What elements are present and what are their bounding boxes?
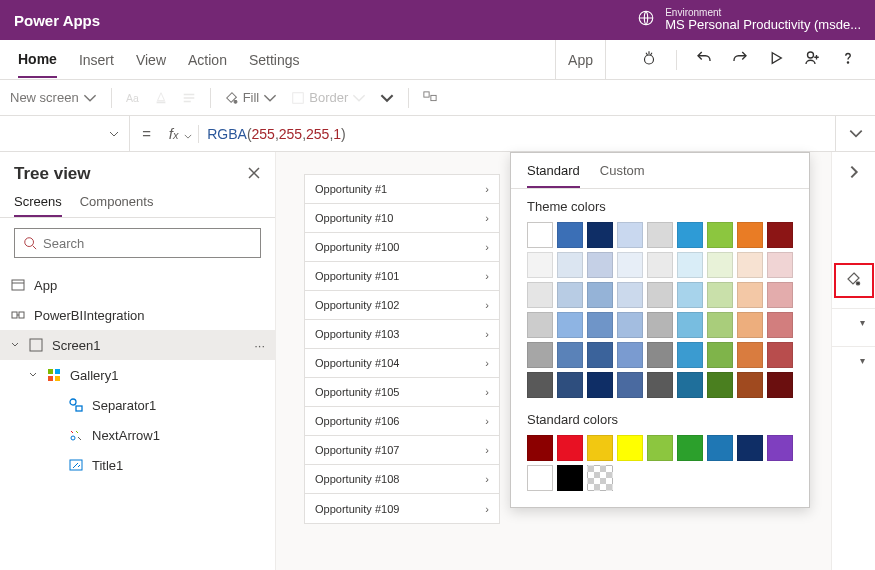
- tab-settings[interactable]: Settings: [249, 43, 300, 77]
- color-swatch[interactable]: [737, 372, 763, 398]
- color-swatch[interactable]: [587, 282, 613, 308]
- color-swatch[interactable]: [587, 222, 613, 248]
- color-swatch[interactable]: [767, 435, 793, 461]
- color-swatch[interactable]: [737, 282, 763, 308]
- color-swatch[interactable]: [527, 252, 553, 278]
- tree-node-gallery1[interactable]: Gallery1: [0, 360, 275, 390]
- gallery-row[interactable]: Opportunity #102›: [305, 291, 499, 320]
- color-swatch[interactable]: [527, 222, 553, 248]
- color-swatch[interactable]: [767, 342, 793, 368]
- color-swatch[interactable]: [587, 372, 613, 398]
- fill-color-button[interactable]: [834, 263, 874, 298]
- color-swatch[interactable]: [527, 465, 553, 491]
- align-group-icon[interactable]: [423, 91, 437, 105]
- color-swatch[interactable]: [707, 222, 733, 248]
- close-icon[interactable]: [247, 166, 261, 183]
- color-swatch[interactable]: [617, 252, 643, 278]
- tree-node-screen1[interactable]: Screen1 ···: [0, 330, 275, 360]
- color-swatch[interactable]: [617, 372, 643, 398]
- tree-node-nextarrow1[interactable]: NextArrow1: [0, 420, 275, 450]
- redo-icon[interactable]: [731, 49, 749, 70]
- color-swatch[interactable]: [767, 282, 793, 308]
- undo-icon[interactable]: [695, 49, 713, 70]
- color-swatch[interactable]: [527, 435, 553, 461]
- gallery-row[interactable]: Opportunity #100›: [305, 233, 499, 262]
- color-swatch[interactable]: [677, 282, 703, 308]
- play-icon[interactable]: [767, 49, 785, 70]
- color-swatch[interactable]: [527, 342, 553, 368]
- color-swatch[interactable]: [587, 435, 613, 461]
- color-swatch[interactable]: [647, 252, 673, 278]
- picker-tab-custom[interactable]: Custom: [600, 163, 645, 188]
- color-swatch[interactable]: [557, 342, 583, 368]
- tab-insert[interactable]: Insert: [79, 43, 114, 77]
- color-swatch[interactable]: [647, 435, 673, 461]
- gallery-row[interactable]: Opportunity #101›: [305, 262, 499, 291]
- color-swatch[interactable]: [707, 252, 733, 278]
- gallery-row[interactable]: Opportunity #108›: [305, 465, 499, 494]
- app-dropdown[interactable]: App: [555, 40, 606, 79]
- new-screen-button[interactable]: New screen: [10, 90, 97, 105]
- tree-tab-components[interactable]: Components: [80, 194, 154, 217]
- gallery-row[interactable]: Opportunity #106›: [305, 407, 499, 436]
- color-swatch[interactable]: [617, 312, 643, 338]
- color-swatch[interactable]: [557, 372, 583, 398]
- chevron-right-icon[interactable]: [846, 164, 862, 183]
- fill-button[interactable]: Fill: [225, 90, 278, 105]
- environment-selector[interactable]: Environment MS Personal Productivity (ms…: [637, 7, 861, 32]
- gallery-row[interactable]: Opportunity #109›: [305, 494, 499, 523]
- tree-node-integration[interactable]: PowerBIIntegration: [0, 300, 275, 330]
- tree-node-title1[interactable]: Title1: [0, 450, 275, 480]
- app-checker-icon[interactable]: [640, 49, 658, 70]
- color-swatch[interactable]: [647, 282, 673, 308]
- more-icon[interactable]: ···: [254, 338, 265, 353]
- formula-input[interactable]: RGBA(255, 255, 255, 1): [207, 116, 835, 151]
- color-swatch[interactable]: [737, 252, 763, 278]
- property-selector[interactable]: [0, 116, 130, 151]
- reorder-icon[interactable]: [380, 91, 394, 105]
- color-swatch[interactable]: [647, 312, 673, 338]
- color-swatch[interactable]: [617, 282, 643, 308]
- color-swatch[interactable]: [707, 372, 733, 398]
- color-swatch[interactable]: [617, 342, 643, 368]
- gallery-row[interactable]: Opportunity #104›: [305, 349, 499, 378]
- color-swatch[interactable]: [587, 342, 613, 368]
- gallery-row[interactable]: Opportunity #10›: [305, 204, 499, 233]
- share-icon[interactable]: [803, 49, 821, 70]
- gallery-preview[interactable]: Opportunity #1›Opportunity #10›Opportuni…: [304, 174, 500, 524]
- color-swatch[interactable]: [737, 222, 763, 248]
- color-swatch[interactable]: [527, 312, 553, 338]
- tree-node-separator1[interactable]: Separator1: [0, 390, 275, 420]
- color-swatch[interactable]: [737, 435, 763, 461]
- color-swatch[interactable]: [647, 342, 673, 368]
- color-swatch[interactable]: [677, 222, 703, 248]
- property-dropdown[interactable]: ▾: [832, 308, 875, 336]
- tab-action[interactable]: Action: [188, 43, 227, 77]
- search-input[interactable]: [14, 228, 261, 258]
- color-swatch[interactable]: [767, 372, 793, 398]
- property-dropdown[interactable]: ▾: [832, 346, 875, 374]
- color-swatch[interactable]: [737, 342, 763, 368]
- color-swatch[interactable]: [557, 435, 583, 461]
- color-swatch[interactable]: [707, 435, 733, 461]
- color-swatch[interactable]: [557, 312, 583, 338]
- tab-view[interactable]: View: [136, 43, 166, 77]
- color-swatch[interactable]: [557, 282, 583, 308]
- color-swatch[interactable]: [707, 312, 733, 338]
- help-icon[interactable]: [839, 49, 857, 70]
- color-swatch[interactable]: [767, 222, 793, 248]
- color-swatch[interactable]: [557, 465, 583, 491]
- color-swatch[interactable]: [737, 312, 763, 338]
- color-swatch[interactable]: [647, 372, 673, 398]
- color-swatch[interactable]: [617, 222, 643, 248]
- gallery-row[interactable]: Opportunity #103›: [305, 320, 499, 349]
- color-swatch[interactable]: [527, 282, 553, 308]
- color-swatch[interactable]: [677, 372, 703, 398]
- gallery-row[interactable]: Opportunity #1›: [305, 175, 499, 204]
- gallery-row[interactable]: Opportunity #107›: [305, 436, 499, 465]
- color-swatch[interactable]: [557, 252, 583, 278]
- color-swatch[interactable]: [707, 342, 733, 368]
- color-swatch[interactable]: [587, 312, 613, 338]
- color-swatch[interactable]: [557, 222, 583, 248]
- picker-tab-standard[interactable]: Standard: [527, 163, 580, 188]
